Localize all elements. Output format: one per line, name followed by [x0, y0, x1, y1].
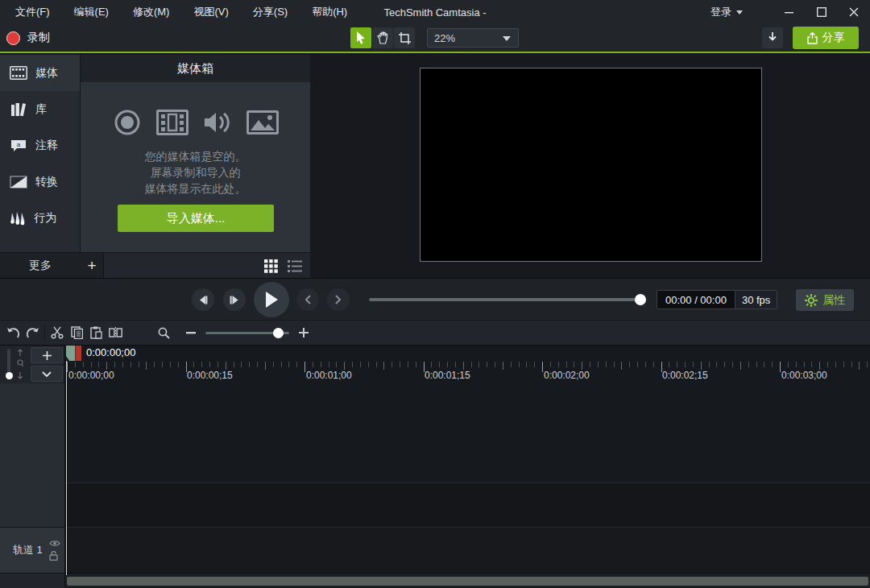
ruler-tick — [114, 362, 115, 367]
hand-icon — [377, 31, 389, 44]
sidebar-tab-library[interactable]: 库 — [0, 91, 80, 127]
menu-file[interactable]: 文件(F) — [3, 0, 62, 24]
list-view-button[interactable] — [288, 260, 302, 272]
timeline-zoom-slider[interactable] — [205, 323, 289, 342]
media-bin-footer: + — [81, 252, 310, 278]
copy-button[interactable] — [67, 323, 86, 342]
track1-lane[interactable] — [65, 527, 870, 573]
menu-edit[interactable]: 编辑(E) — [62, 0, 121, 24]
callout-icon: a — [10, 139, 27, 153]
add-media-button[interactable]: + — [81, 253, 104, 279]
ruler-tick — [178, 362, 179, 367]
canvas-zoom-select[interactable]: 22% — [427, 28, 519, 48]
media-bin-title: 媒体箱 — [81, 55, 310, 82]
ruler-tick — [534, 362, 535, 367]
ruler-tick — [724, 362, 725, 367]
empty-state-text: 您的媒体箱是空的。 屏幕录制和导入的 媒体将显示在此处。 — [81, 148, 310, 197]
login-menu[interactable]: 登录 — [710, 0, 743, 24]
track1-header[interactable]: 轨道 1 — [0, 527, 64, 573]
ruler-tick — [257, 362, 258, 367]
zoom-slider-thumb[interactable] — [273, 328, 284, 338]
record-icon — [6, 31, 20, 45]
menu-view[interactable]: 视图(V) — [181, 0, 240, 24]
camtasia-window: TechSmith Camtasia - 文件(F) 编辑(E) 修改(M) 视… — [0, 0, 870, 588]
cut-button[interactable] — [48, 323, 67, 342]
play-button[interactable] — [254, 282, 289, 317]
eye-icon[interactable] — [49, 540, 60, 547]
ruler-tick — [170, 362, 171, 367]
ruler-label: 0:00:02;15 — [662, 370, 708, 381]
lock-icon[interactable] — [49, 551, 58, 561]
ruler-tick — [376, 362, 377, 367]
timeline-zoom-button[interactable] — [154, 323, 173, 342]
close-button[interactable] — [838, 0, 870, 24]
properties-button[interactable]: 属性 — [796, 289, 854, 311]
ruler-tick — [209, 362, 210, 367]
behaviors-icon — [10, 211, 26, 226]
frame-rate[interactable]: 30 fps — [735, 291, 777, 308]
preview-stage[interactable] — [420, 68, 762, 262]
ruler-tick — [139, 362, 139, 367]
split-button[interactable] — [106, 323, 125, 342]
crop-tool-button[interactable] — [394, 27, 415, 48]
playhead-selection-end[interactable] — [75, 346, 81, 361]
main-area: 媒体 库 a 注释 转换 行为 更多 媒体箱 — [0, 55, 870, 278]
sidebar-tab-transitions[interactable]: 转换 — [0, 164, 80, 200]
previous-clip-button[interactable] — [296, 288, 319, 311]
ruler-tick — [455, 362, 456, 367]
menu-share[interactable]: 分享(S) — [241, 0, 300, 24]
ruler-tick — [701, 362, 702, 370]
zoom-out-button[interactable] — [181, 323, 201, 342]
ruler-tick — [780, 362, 781, 372]
menu-modify[interactable]: 修改(M) — [121, 0, 182, 24]
ruler-tick — [91, 362, 92, 367]
horizontal-scrollbar[interactable] — [67, 577, 868, 586]
gear-icon — [805, 294, 818, 307]
ruler-tick — [732, 362, 733, 367]
undo-button[interactable] — [3, 323, 23, 342]
sidebar-tab-behaviors[interactable]: 行为 — [0, 200, 80, 236]
ruler-tick — [201, 362, 202, 367]
titlebar: TechSmith Camtasia - 文件(F) 编辑(E) 修改(M) 视… — [0, 0, 870, 24]
canvas-area — [310, 55, 870, 278]
zoom-in-button[interactable] — [294, 323, 313, 342]
pan-tool-button[interactable] — [372, 27, 393, 48]
ruler-label: 0:00:03;00 — [781, 370, 827, 381]
ruler-tick — [329, 362, 329, 367]
ruler-tick — [629, 362, 630, 367]
step-back-icon — [198, 296, 208, 304]
sidebar-tab-label: 转换 — [35, 175, 58, 189]
maximize-button[interactable] — [806, 0, 838, 24]
import-media-button[interactable]: 导入媒体... — [118, 205, 274, 232]
next-clip-button[interactable] — [327, 288, 350, 311]
record-button[interactable]: 录制 — [6, 24, 50, 52]
share-button[interactable]: 分享 — [793, 27, 859, 49]
timeline-empty-lane[interactable] — [65, 482, 870, 527]
menu-help[interactable]: 帮助(H) — [300, 0, 359, 24]
ruler-tick — [67, 362, 68, 372]
ruler-tick — [677, 362, 677, 367]
seek-slider[interactable] — [369, 298, 646, 301]
screen-recording-icon — [113, 108, 142, 137]
sidebar-tab-annotations[interactable]: a 注释 — [0, 127, 80, 164]
paste-button[interactable] — [86, 323, 106, 342]
playhead-line[interactable] — [66, 361, 67, 575]
grid-view-button[interactable] — [264, 259, 278, 273]
select-tool-button[interactable] — [350, 27, 371, 48]
sidebar-tab-label: 注释 — [35, 139, 58, 153]
ruler-tick — [226, 362, 226, 370]
export-local-button[interactable] — [762, 27, 783, 48]
redo-button[interactable] — [23, 323, 42, 342]
step-back-button[interactable] — [192, 288, 214, 311]
ruler-tick — [296, 362, 297, 367]
ruler-tick — [558, 362, 559, 367]
sidebar-tab-media[interactable]: 媒体 — [0, 55, 80, 91]
sidebar-more-button[interactable]: 更多 — [0, 252, 81, 278]
ruler-tick — [693, 362, 694, 367]
step-forward-button[interactable] — [223, 288, 246, 311]
minimize-button[interactable] — [773, 0, 806, 24]
ruler-tick — [851, 362, 852, 367]
ruler-tick — [740, 362, 741, 370]
seek-slider-thumb[interactable] — [635, 294, 646, 305]
track1-controls — [49, 540, 60, 561]
